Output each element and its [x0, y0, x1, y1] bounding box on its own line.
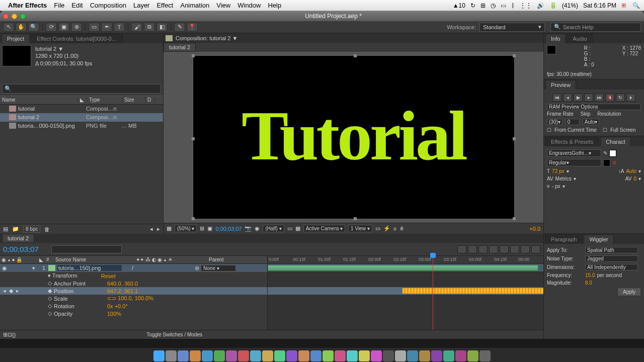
fill-swatch[interactable]	[609, 150, 616, 157]
layer-row[interactable]: ◉ ▾ 1 tutoria…150].png / ⊚ None ▾	[0, 264, 267, 272]
minimize-button[interactable]	[12, 14, 17, 19]
dock-app[interactable]	[431, 350, 442, 361]
dock-app[interactable]	[395, 350, 406, 361]
view-select[interactable]: 1 View ▾	[348, 225, 372, 232]
eraser-tool[interactable]: ◧	[156, 23, 168, 32]
tab-info[interactable]: Info	[545, 34, 566, 43]
layer-name[interactable]: tutoria…150].png	[57, 265, 122, 271]
dock-app[interactable]	[274, 350, 285, 361]
current-time[interactable]: 0;00;03;07	[215, 226, 242, 232]
framerate-select[interactable]: (30)▾	[547, 119, 562, 125]
anchor-value[interactable]: 640.0, 360.0	[107, 281, 138, 287]
loop-button[interactable]: ↻	[616, 94, 625, 102]
dock-app[interactable]	[455, 350, 466, 361]
comp-path[interactable]: Composition: tutorial 2 ▼	[176, 35, 237, 41]
ram-preview-button[interactable]: ⏵	[626, 94, 635, 102]
timeline-tab[interactable]: tutorial 2	[2, 234, 34, 243]
dock-app[interactable]	[347, 350, 358, 361]
noise-type-select[interactable]: Jagged	[585, 255, 638, 262]
last-frame-button[interactable]: ⏭	[595, 94, 604, 102]
scale-value[interactable]: ⊂⊃ 100.0, 100.0%	[107, 295, 153, 302]
stopwatch-icon[interactable]: ◇	[48, 295, 54, 302]
hand-tool[interactable]: ✋	[16, 23, 27, 32]
graph-editor[interactable]	[521, 245, 530, 253]
rotation-value[interactable]: 0x +0.0°	[107, 303, 128, 309]
timemachine-icon[interactable]: ◷	[491, 2, 496, 9]
add-key-icon[interactable]: ◆	[9, 288, 13, 294]
zoom-tool[interactable]: 🔍	[28, 23, 39, 32]
dock-app[interactable]	[335, 350, 346, 361]
menu-window[interactable]: Window	[237, 2, 261, 9]
spaces-icon[interactable]: ⊞	[480, 2, 486, 9]
search-help-input[interactable]: 🔍Search Help	[550, 23, 641, 32]
stopwatch-icon[interactable]: ◇	[48, 310, 54, 317]
menu-view[interactable]: View	[216, 2, 230, 9]
interpret-footage-icon[interactable]: ▤	[3, 226, 8, 232]
camera-select[interactable]: Active Camera ▾	[303, 225, 345, 232]
roi-icon[interactable]: ▭	[287, 225, 292, 232]
dock-finder[interactable]	[153, 350, 165, 361]
stopwatch-icon[interactable]: ◇	[48, 303, 54, 309]
first-frame-button[interactable]: ⏮	[552, 94, 561, 102]
tab-character[interactable]: Charact	[600, 137, 631, 146]
dock-app[interactable]	[383, 350, 394, 361]
timeline-search[interactable]	[51, 245, 122, 253]
shield-icon[interactable]: ⛨	[621, 2, 627, 9]
hide-shy[interactable]	[478, 245, 488, 253]
fullscreen-checkbox[interactable]: ☐	[603, 127, 607, 133]
opacity-value[interactable]: 100%	[107, 311, 121, 317]
mute-button[interactable]: 🔇	[605, 94, 614, 102]
dock-app[interactable]	[467, 350, 478, 361]
resolution-select[interactable]: (Half) ▾	[263, 225, 284, 232]
dock-app[interactable]	[178, 350, 189, 361]
timeline-current-time[interactable]: 0;00;03;07	[3, 245, 48, 253]
stroke-width[interactable]: - px	[552, 184, 560, 189]
dock-app[interactable]	[443, 350, 454, 361]
transparency-icon[interactable]: ▦	[295, 225, 300, 232]
current-time-indicator[interactable]	[433, 256, 433, 330]
frequency-value[interactable]: 15.0	[585, 273, 595, 278]
dock-app[interactable]	[371, 350, 382, 361]
flowchart-icon[interactable]: ⋔	[399, 225, 404, 232]
leading[interactable]: Auto	[626, 168, 636, 174]
camera-tool[interactable]: ▣	[58, 23, 69, 32]
brain-icon[interactable]	[510, 245, 519, 253]
tab-effects-presets[interactable]: Effects & Presets	[545, 137, 599, 146]
draft-3d[interactable]	[468, 245, 477, 253]
position-value[interactable]: 647.2, 361.1	[107, 288, 138, 294]
menu-animation[interactable]: Animation	[180, 2, 209, 9]
pixel-aspect-icon[interactable]: ▭	[375, 225, 380, 232]
brush-tool[interactable]: 🖌	[131, 23, 142, 32]
rect-tool[interactable]: ▭	[89, 23, 100, 32]
pickwhip-icon[interactable]: ⊚	[195, 265, 199, 271]
exposure[interactable]: +0.0	[529, 226, 540, 232]
comp-text-layer[interactable]: Tutorial	[242, 95, 465, 176]
parent-select[interactable]: None ▾	[201, 265, 236, 272]
modes-toggle[interactable]: {}	[12, 332, 16, 338]
no-fill-icon[interactable]: ⊘	[612, 160, 616, 165]
dock-app[interactable]	[286, 350, 297, 361]
rotate-tool[interactable]: ⟳	[46, 23, 57, 32]
tab-wiggler[interactable]: Wiggler	[584, 234, 613, 244]
menu-edit[interactable]: Edit	[71, 2, 83, 9]
dock-app[interactable]	[202, 350, 213, 361]
font-size[interactable]: 72 px	[552, 168, 564, 174]
next-frame-icon[interactable]: ▸	[157, 226, 160, 232]
resolution-select[interactable]: Auto▾	[583, 119, 600, 125]
bluetooth-icon[interactable]: ᛒ	[511, 2, 515, 9]
channel-icon[interactable]: ◉	[255, 225, 260, 232]
tab-paragraph[interactable]: Paragraph	[545, 234, 582, 244]
dock-app[interactable]	[190, 350, 201, 361]
project-item[interactable]: tutorial 2 Composi…n	[0, 113, 163, 122]
expand-toggle[interactable]: ⊞	[3, 331, 8, 338]
sync-icon[interactable]: ↻	[470, 2, 475, 9]
menu-file[interactable]: File	[54, 2, 64, 9]
dock-app[interactable]	[419, 350, 430, 361]
type-tool[interactable]: T	[114, 23, 125, 32]
dock-app[interactable]	[359, 350, 370, 361]
puppet-tool[interactable]: 📍	[187, 23, 198, 32]
font-family-select[interactable]: EngraversGothi…▾	[547, 149, 601, 157]
comp-mini-flowchart[interactable]	[457, 245, 466, 253]
frame-blend[interactable]	[489, 245, 498, 253]
adobe-updater-icon[interactable]: ▲ 10	[453, 2, 465, 9]
